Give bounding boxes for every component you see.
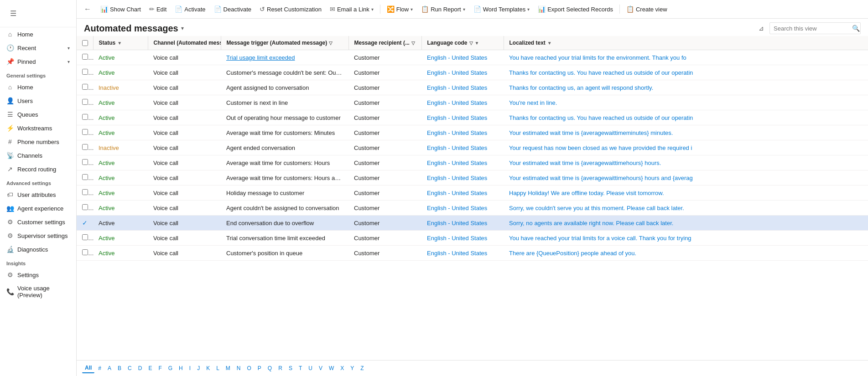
alpha-item-g[interactable]: G	[166, 364, 175, 373]
alpha-item-x[interactable]: X	[338, 364, 347, 373]
language-cell[interactable]: English - United States	[421, 216, 504, 231]
filter-button[interactable]: ⊿	[757, 23, 766, 34]
row-checkbox[interactable]	[82, 84, 88, 90]
localized-text-link[interactable]: Happy Holiday! We are offline today. Ple…	[509, 190, 664, 196]
localized-text-link[interactable]: There are {QueuePosition} people ahead o…	[509, 250, 636, 257]
localized-text-link[interactable]: Your estimated wait time is {averagewait…	[509, 175, 693, 181]
alpha-item-all[interactable]: All	[82, 363, 94, 373]
alpha-item-v[interactable]: V	[316, 364, 325, 373]
language-link[interactable]: English - United States	[427, 160, 487, 166]
language-link[interactable]: English - United States	[427, 235, 487, 242]
sidebar-item-channels[interactable]: 📡Channels	[0, 149, 76, 162]
recipient-column-header[interactable]: Message recipient (... ▽	[348, 36, 421, 50]
localized-text-cell[interactable]: Happy Holiday! We are offline today. Ple…	[504, 185, 868, 201]
localized-column-header[interactable]: Localized text ▼	[504, 36, 868, 50]
back-button[interactable]: ←	[80, 2, 95, 16]
table-row[interactable]: ActiveVoice callOut of operating hour me…	[77, 110, 868, 125]
sidebar-item-customer-settings[interactable]: ⚙Customer settings	[0, 215, 76, 229]
row-checkbox[interactable]	[82, 129, 88, 135]
language-cell[interactable]: English - United States	[421, 140, 504, 155]
sidebar-item-home[interactable]: ⌂Home	[0, 27, 76, 41]
checkbox-header[interactable]	[77, 36, 93, 50]
row-checkbox[interactable]	[82, 204, 88, 210]
language-link[interactable]: English - United States	[427, 54, 487, 61]
alpha-item-a[interactable]: A	[105, 364, 114, 373]
language-cell[interactable]: English - United States	[421, 65, 504, 80]
language-cell[interactable]: English - United States	[421, 170, 504, 185]
alpha-item-c[interactable]: C	[125, 364, 135, 373]
table-row[interactable]: ActiveVoice callAverage wait time for cu…	[77, 125, 868, 140]
table-row[interactable]: ActiveVoice callAverage wait time for cu…	[77, 170, 868, 185]
table-row[interactable]: ActiveVoice callCustomer's position in q…	[77, 246, 868, 261]
table-row[interactable]: ActiveVoice callHoliday message to custo…	[77, 185, 868, 201]
localized-text-cell[interactable]: Your estimated wait time is {averagewait…	[504, 155, 868, 170]
row-checkbox[interactable]	[82, 159, 88, 165]
page-title-dropdown[interactable]: ▾	[181, 25, 184, 31]
trigger-link[interactable]: Trial usage limit exceeded	[226, 54, 295, 61]
trigger-cell[interactable]: Trial usage limit exceeded	[221, 50, 348, 65]
alpha-item-d[interactable]: D	[135, 364, 145, 373]
alpha-item-r[interactable]: R	[275, 364, 285, 373]
language-column-header[interactable]: Language code ▽ ▼	[421, 36, 504, 50]
sidebar-item-agent-exp[interactable]: 👥Agent experience	[0, 201, 76, 215]
run-report-button[interactable]: 📋Run Report▾	[417, 3, 468, 15]
table-row[interactable]: ActiveVoice callCustomer is next in line…	[77, 95, 868, 110]
alpha-item-m[interactable]: M	[223, 364, 233, 373]
localized-text-link[interactable]: Sorry, no agents are available right now…	[509, 220, 673, 227]
localized-text-link[interactable]: Sorry, we couldn't serve you at this mom…	[509, 205, 684, 211]
flow-dropdown-arrow[interactable]: ▾	[411, 7, 413, 12]
alpha-item-u[interactable]: U	[306, 364, 315, 373]
create-view-button[interactable]: 📋Create view	[623, 3, 671, 15]
sidebar-item-supervisor-settings[interactable]: ⚙Supervisor settings	[0, 229, 76, 242]
table-row[interactable]: ActiveVoice callCustomer's message could…	[77, 65, 868, 80]
language-link[interactable]: English - United States	[427, 99, 487, 106]
language-link[interactable]: English - United States	[427, 190, 487, 196]
word-templates-dropdown-arrow[interactable]: ▾	[527, 7, 530, 12]
row-checkbox[interactable]	[82, 69, 88, 75]
sidebar-item-gs-home[interactable]: ⌂Home	[0, 80, 76, 94]
alpha-item-k[interactable]: K	[203, 364, 213, 373]
select-all-checkbox[interactable]	[82, 40, 88, 46]
alpha-item-y[interactable]: Y	[348, 364, 357, 373]
word-templates-button[interactable]: 📄Word Templates▾	[470, 3, 533, 15]
sidebar-item-record-routing[interactable]: ↗Record routing	[0, 162, 76, 176]
channel-column-header[interactable]: Channel (Automated message) ▽ ↑	[148, 36, 221, 50]
language-cell[interactable]: English - United States	[421, 201, 504, 216]
alpha-item-l[interactable]: L	[213, 364, 222, 373]
table-row[interactable]: InactiveVoice callAgent assigned to conv…	[77, 80, 868, 95]
language-cell[interactable]: English - United States	[421, 185, 504, 201]
localized-text-link[interactable]: You're next in line.	[509, 99, 557, 106]
localized-text-link[interactable]: You have reached your trial limits for a…	[509, 235, 691, 242]
sidebar-item-users[interactable]: 👤Users	[0, 94, 76, 108]
table-row[interactable]: ActiveVoice callTrial conversation time …	[77, 231, 868, 246]
row-checkbox[interactable]	[82, 144, 88, 150]
localized-text-link[interactable]: Your estimated wait time is {averagewait…	[509, 129, 673, 136]
table-row[interactable]: ActiveVoice callAgent couldn't be assign…	[77, 201, 868, 216]
language-link[interactable]: English - United States	[427, 205, 487, 211]
localized-text-link[interactable]: Thanks for contacting us. You have reach…	[509, 69, 693, 76]
localized-text-link[interactable]: Your estimated wait time is {averagewait…	[509, 160, 661, 166]
table-row[interactable]: ActiveVoice callAverage wait time for cu…	[77, 155, 868, 170]
language-cell[interactable]: English - United States	[421, 155, 504, 170]
flow-button[interactable]: 🔀Flow▾	[383, 3, 416, 15]
sidebar-item-pinned[interactable]: 📌Pinned▾	[0, 55, 76, 68]
status-column-header[interactable]: Status ▼	[93, 36, 148, 50]
language-cell[interactable]: English - United States	[421, 110, 504, 125]
search-input[interactable]	[774, 25, 850, 32]
edit-button[interactable]: ✏Edit	[146, 3, 170, 15]
sidebar-item-queues[interactable]: ☰Queues	[0, 108, 76, 121]
row-checkbox[interactable]	[82, 54, 88, 60]
row-checkmark[interactable]: ✓	[82, 219, 88, 227]
sidebar-item-workstreams[interactable]: ⚡Workstreams	[0, 121, 76, 135]
alpha-item-n[interactable]: N	[234, 364, 244, 373]
language-link[interactable]: English - United States	[427, 144, 487, 151]
language-cell[interactable]: English - United States	[421, 246, 504, 261]
localized-text-cell[interactable]: Your request has now been closed as we h…	[504, 140, 868, 155]
localized-text-cell[interactable]: Your estimated wait time is {averagewait…	[504, 125, 868, 140]
language-cell[interactable]: English - United States	[421, 125, 504, 140]
export-selected-button[interactable]: 📊Export Selected Records	[534, 3, 617, 15]
localized-text-cell[interactable]: Your estimated wait time is {averagewait…	[504, 170, 868, 185]
localized-text-link[interactable]: Thanks for contacting us, an agent will …	[509, 84, 653, 91]
alpha-item-o[interactable]: O	[244, 364, 254, 373]
alpha-item-z[interactable]: Z	[358, 364, 366, 373]
